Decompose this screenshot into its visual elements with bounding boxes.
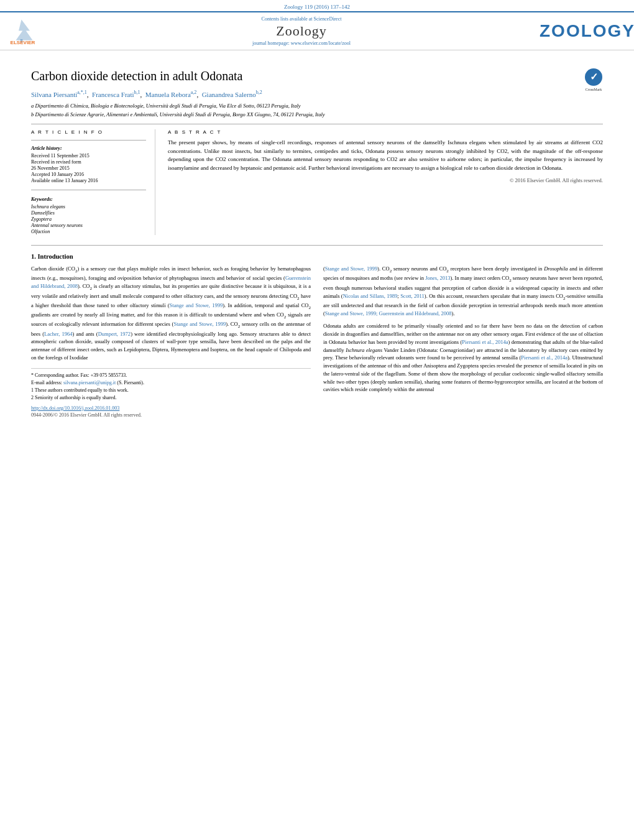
zoology-brand-logo: ZOOLOGY [540,21,627,41]
body-content: 1. Introduction Carbon dioxide (CO2) is … [31,245,603,418]
contents-line: Contents lists available at ScienceDirec… [70,16,533,22]
author2-sup: b,1 [134,90,140,95]
rights-text: 0944-2006/© 2016 Elsevier GmbH. All righ… [31,412,311,418]
info-divider [31,140,146,141]
abstract-section: A B S T R A C T The present paper shows,… [168,129,603,235]
elsevier-logo: ELSEVIER [7,17,63,46]
email-note: (S. Piersanti). [117,380,144,385]
ref-stange-stowe-r[interactable]: Stange and Stowe, 1999 [325,265,377,272]
keywords-title: Keywords: [31,196,146,202]
author1-sup: a,*,1 [77,90,87,95]
available-date: Available online 13 January 2016 [31,178,146,183]
zoology-logo-text: ZOOLOGY [540,21,634,40]
keyword-4: Antennal sensory neurons [31,223,146,228]
authors-line: Silvana Piersantia,*,1, Francesca Fratib… [31,90,603,98]
revised-date: 26 November 2015 [31,165,146,171]
author1-name: Silvana Piersanti [31,91,77,98]
article-info-panel: A R T I C L E I N F O Article history: R… [31,129,155,235]
right-col-text-2: Odonata adults are considered to be prim… [323,322,603,394]
left-column: Carbon dioxide (CO2) is a sensory cue th… [31,265,311,418]
footnotes: * Corresponding author. Fax: +39 075 585… [31,368,311,400]
author4-sup: b,2 [256,90,262,95]
accepted-date: Accepted 10 January 2016 [31,172,146,177]
email-link[interactable]: silvana.piersanti@unipg.it [63,380,116,385]
footnote-1: 1 These authors contributed equally to t… [31,387,311,393]
author3-sup: a,2 [191,90,197,95]
author4-name: Gianandrea Salerno [202,91,256,98]
article-content: ✓ CrossMark Carbon dioxide detection in … [0,50,634,430]
section1-title: 1. Introduction [31,253,603,260]
info-abstract-row: A R T I C L E I N F O Article history: R… [31,129,603,235]
ref-stange2[interactable]: Stange and Stowe, 1999 [173,321,226,327]
article-info-title: A R T I C L E I N F O [31,129,146,135]
abstract-title: A B S T R A C T [168,129,603,135]
copyright-line: © 2016 Elsevier GmbH. All rights reserve… [168,177,603,183]
received-date: Received 11 September 2015 [31,153,146,159]
article-history: Article history: Received 11 September 2… [31,145,146,183]
keyword-2: Damselflies [31,210,146,216]
ref-jones[interactable]: Jones, 2013 [425,275,450,281]
affil-a: a Dipartimento di Chimica, Biologia e Bi… [31,102,603,110]
ref-nicolas[interactable]: Nicolas and Sillans, 1989 [343,293,398,299]
keyword-1: Ischnura elegans [31,204,146,210]
history-title: Article history: [31,145,146,151]
ref-dumpert[interactable]: Dumpert, 1972 [98,331,131,337]
svg-text:ELSEVIER: ELSEVIER [11,40,35,45]
doi-link[interactable]: http://dx.doi.org/10.1016/j.zool.2016.01… [31,405,311,411]
article-title: Carbon dioxide detection in adult Odonat… [31,69,603,83]
affiliations: a Dipartimento di Chimica, Biologia e Bi… [31,102,603,119]
right-col-text: (Stange and Stowe, 1999). CO2 sensory ne… [323,265,603,317]
journal-title: Zoology [70,23,533,39]
author3-name: Manuela Rebora [145,91,191,98]
ref-guerenstein[interactable]: Guerenstein and Hildebrand, 2008 [31,275,311,289]
keyword-5: Olfaction [31,229,146,234]
footnote-corresponding: * Corresponding author. Fax: +39 075 585… [31,372,311,378]
homepage-url[interactable]: www.elsevier.com/locate/zool [291,40,351,46]
contents-text: Contents lists available at [262,16,313,22]
elsevier-svg: ELSEVIER [7,17,63,45]
divider-1 [31,124,603,124]
ref-stange-guerenstein[interactable]: Stange and Stowe, 1999; Guerenstein and … [325,310,452,316]
journal-volume: Zoology 119 (2016) 137–142 [0,0,634,11]
doi-url[interactable]: http://dx.doi.org/10.1016/j.zool.2016.01… [31,405,119,411]
left-col-text: Carbon dioxide (CO2) is a sensory cue th… [31,265,311,362]
crossmark-icon: ✓ [584,68,603,86]
crossmark-badge[interactable]: ✓ CrossMark [584,68,603,91]
footnote-email: E-mail address: silvana.piersanti@unipg.… [31,380,311,385]
homepage-label: journal homepage: [252,40,290,46]
two-column-body: Carbon dioxide (CO2) is a sensory cue th… [31,265,603,418]
journal-header: ELSEVIER Contents lists available at Sci… [0,11,634,50]
email-label: E-mail address: [31,380,62,385]
keywords-section: Keywords: Ischnura elegans Damselflies Z… [31,196,146,234]
ref-piersanti2[interactable]: Piersanti et al., 2014a [521,354,567,361]
sciencedirect-link[interactable]: ScienceDirect [314,16,342,22]
ref-stange1[interactable]: Stange and Stowe, 1999 [170,302,223,308]
footnote-2: 2 Seniority of authorship is equally sha… [31,395,311,400]
keyword-3: Zygoptera [31,216,146,222]
journal-volume-text: Zoology 119 (2016) 137–142 [284,4,350,10]
affil-b: b Dipartimento di Scienze Agrarie, Alime… [31,111,603,119]
abstract-text: The present paper shows, by means of sin… [168,139,603,172]
ref-piersanti1[interactable]: Piersanti et al., 2014a [462,339,508,345]
ref-scott[interactable]: Scott, 2011 [400,293,425,299]
svg-text:✓: ✓ [590,72,598,82]
right-column: (Stange and Stowe, 1999). CO2 sensory ne… [323,265,603,418]
revised-label: Received in revised form [31,159,146,165]
journal-center: Contents lists available at ScienceDirec… [70,16,533,46]
author2-name: Francesca Frati [92,91,134,98]
keywords-divider [31,190,146,190]
ref-lacher[interactable]: Lacher, 1964 [44,331,73,337]
homepage-line: journal homepage: www.elsevier.com/locat… [70,40,533,46]
